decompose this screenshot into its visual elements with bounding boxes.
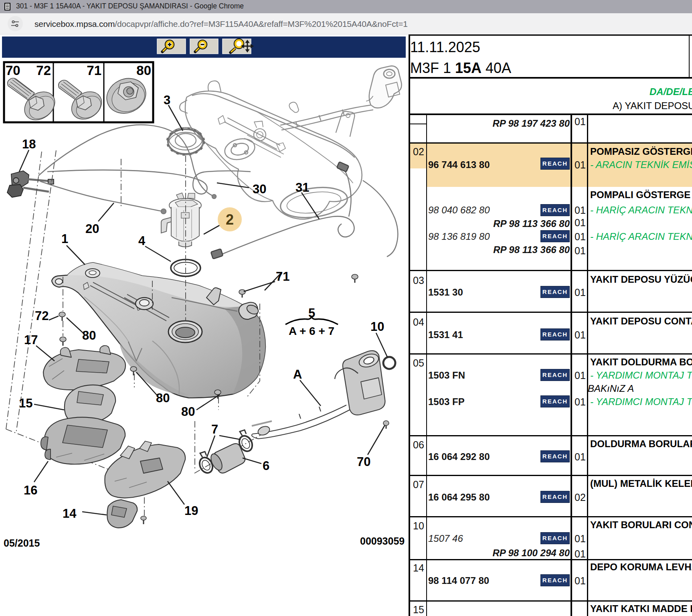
svg-text:17: 17	[24, 333, 38, 347]
svg-text:18: 18	[22, 137, 36, 151]
svg-text:80: 80	[136, 63, 151, 78]
svg-text:A: A	[293, 367, 302, 381]
svg-text:30: 30	[253, 182, 266, 196]
svg-text:31: 31	[295, 180, 309, 195]
svg-text:14: 14	[63, 507, 77, 521]
svg-text:7: 7	[211, 422, 218, 436]
svg-text:05/2015: 05/2015	[4, 537, 40, 549]
svg-text:6: 6	[263, 459, 269, 473]
svg-text:16: 16	[24, 483, 37, 497]
svg-text:72: 72	[36, 63, 51, 78]
svg-text:3: 3	[164, 93, 170, 107]
svg-text:80: 80	[82, 328, 96, 342]
svg-text:A + 6 + 7: A + 6 + 7	[289, 325, 334, 337]
svg-text:70: 70	[357, 455, 370, 469]
svg-text:19: 19	[184, 504, 198, 518]
svg-text:71: 71	[276, 270, 289, 284]
svg-text:80: 80	[181, 405, 195, 419]
svg-text:20: 20	[85, 222, 99, 236]
svg-text:2: 2	[226, 211, 234, 228]
svg-text:70: 70	[6, 63, 20, 78]
svg-text:72: 72	[35, 309, 49, 323]
svg-text:80: 80	[156, 391, 170, 405]
svg-text:10: 10	[370, 320, 384, 334]
svg-text:00093059: 00093059	[360, 535, 405, 547]
svg-text:15: 15	[19, 396, 32, 410]
svg-text:71: 71	[87, 63, 101, 78]
svg-text:1: 1	[61, 232, 68, 246]
svg-text:4: 4	[138, 234, 146, 248]
